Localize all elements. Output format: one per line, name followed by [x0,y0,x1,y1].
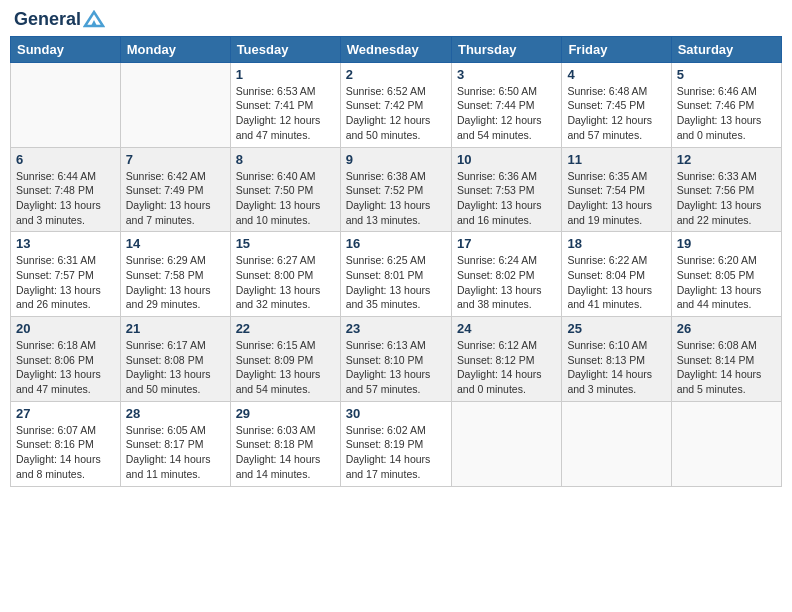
week-row-5: 27Sunrise: 6:07 AMSunset: 8:16 PMDayligh… [11,401,782,486]
col-header-saturday: Saturday [671,36,781,62]
day-cell: 13Sunrise: 6:31 AMSunset: 7:57 PMDayligh… [11,232,121,317]
logo-text: General [14,10,105,30]
day-number: 9 [346,152,446,167]
day-info: Sunrise: 6:44 AMSunset: 7:48 PMDaylight:… [16,169,115,228]
day-cell: 8Sunrise: 6:40 AMSunset: 7:50 PMDaylight… [230,147,340,232]
col-header-thursday: Thursday [451,36,561,62]
col-header-friday: Friday [562,36,671,62]
day-cell [11,62,121,147]
day-number: 19 [677,236,776,251]
day-cell: 12Sunrise: 6:33 AMSunset: 7:56 PMDayligh… [671,147,781,232]
col-header-wednesday: Wednesday [340,36,451,62]
day-info: Sunrise: 6:07 AMSunset: 8:16 PMDaylight:… [16,423,115,482]
day-cell: 9Sunrise: 6:38 AMSunset: 7:52 PMDaylight… [340,147,451,232]
day-info: Sunrise: 6:31 AMSunset: 7:57 PMDaylight:… [16,253,115,312]
day-info: Sunrise: 6:10 AMSunset: 8:13 PMDaylight:… [567,338,665,397]
day-cell: 28Sunrise: 6:05 AMSunset: 8:17 PMDayligh… [120,401,230,486]
day-info: Sunrise: 6:17 AMSunset: 8:08 PMDaylight:… [126,338,225,397]
day-cell: 10Sunrise: 6:36 AMSunset: 7:53 PMDayligh… [451,147,561,232]
day-info: Sunrise: 6:42 AMSunset: 7:49 PMDaylight:… [126,169,225,228]
day-number: 22 [236,321,335,336]
day-info: Sunrise: 6:02 AMSunset: 8:19 PMDaylight:… [346,423,446,482]
day-info: Sunrise: 6:36 AMSunset: 7:53 PMDaylight:… [457,169,556,228]
col-header-tuesday: Tuesday [230,36,340,62]
day-number: 11 [567,152,665,167]
day-number: 6 [16,152,115,167]
week-row-4: 20Sunrise: 6:18 AMSunset: 8:06 PMDayligh… [11,317,782,402]
col-header-sunday: Sunday [11,36,121,62]
logo-icon [83,10,105,28]
day-number: 1 [236,67,335,82]
day-info: Sunrise: 6:03 AMSunset: 8:18 PMDaylight:… [236,423,335,482]
day-cell: 7Sunrise: 6:42 AMSunset: 7:49 PMDaylight… [120,147,230,232]
day-cell: 30Sunrise: 6:02 AMSunset: 8:19 PMDayligh… [340,401,451,486]
day-info: Sunrise: 6:53 AMSunset: 7:41 PMDaylight:… [236,84,335,143]
day-cell: 14Sunrise: 6:29 AMSunset: 7:58 PMDayligh… [120,232,230,317]
day-number: 12 [677,152,776,167]
day-info: Sunrise: 6:24 AMSunset: 8:02 PMDaylight:… [457,253,556,312]
day-cell: 26Sunrise: 6:08 AMSunset: 8:14 PMDayligh… [671,317,781,402]
day-number: 8 [236,152,335,167]
day-number: 30 [346,406,446,421]
day-number: 7 [126,152,225,167]
day-info: Sunrise: 6:52 AMSunset: 7:42 PMDaylight:… [346,84,446,143]
day-cell: 27Sunrise: 6:07 AMSunset: 8:16 PMDayligh… [11,401,121,486]
day-number: 2 [346,67,446,82]
day-info: Sunrise: 6:35 AMSunset: 7:54 PMDaylight:… [567,169,665,228]
day-number: 28 [126,406,225,421]
day-cell: 4Sunrise: 6:48 AMSunset: 7:45 PMDaylight… [562,62,671,147]
day-cell: 29Sunrise: 6:03 AMSunset: 8:18 PMDayligh… [230,401,340,486]
day-info: Sunrise: 6:40 AMSunset: 7:50 PMDaylight:… [236,169,335,228]
day-cell: 2Sunrise: 6:52 AMSunset: 7:42 PMDaylight… [340,62,451,147]
day-cell [671,401,781,486]
day-number: 5 [677,67,776,82]
week-row-1: 1Sunrise: 6:53 AMSunset: 7:41 PMDaylight… [11,62,782,147]
day-cell: 25Sunrise: 6:10 AMSunset: 8:13 PMDayligh… [562,317,671,402]
day-cell: 3Sunrise: 6:50 AMSunset: 7:44 PMDaylight… [451,62,561,147]
day-number: 3 [457,67,556,82]
day-info: Sunrise: 6:38 AMSunset: 7:52 PMDaylight:… [346,169,446,228]
day-number: 21 [126,321,225,336]
day-number: 13 [16,236,115,251]
logo: General [14,10,105,28]
week-row-3: 13Sunrise: 6:31 AMSunset: 7:57 PMDayligh… [11,232,782,317]
day-cell: 11Sunrise: 6:35 AMSunset: 7:54 PMDayligh… [562,147,671,232]
day-cell: 16Sunrise: 6:25 AMSunset: 8:01 PMDayligh… [340,232,451,317]
day-number: 16 [346,236,446,251]
day-number: 27 [16,406,115,421]
day-cell: 15Sunrise: 6:27 AMSunset: 8:00 PMDayligh… [230,232,340,317]
day-info: Sunrise: 6:27 AMSunset: 8:00 PMDaylight:… [236,253,335,312]
day-info: Sunrise: 6:05 AMSunset: 8:17 PMDaylight:… [126,423,225,482]
day-info: Sunrise: 6:29 AMSunset: 7:58 PMDaylight:… [126,253,225,312]
day-info: Sunrise: 6:15 AMSunset: 8:09 PMDaylight:… [236,338,335,397]
col-header-monday: Monday [120,36,230,62]
day-number: 29 [236,406,335,421]
day-cell: 21Sunrise: 6:17 AMSunset: 8:08 PMDayligh… [120,317,230,402]
day-cell: 22Sunrise: 6:15 AMSunset: 8:09 PMDayligh… [230,317,340,402]
day-number: 23 [346,321,446,336]
day-cell: 17Sunrise: 6:24 AMSunset: 8:02 PMDayligh… [451,232,561,317]
day-number: 4 [567,67,665,82]
day-cell [562,401,671,486]
day-info: Sunrise: 6:12 AMSunset: 8:12 PMDaylight:… [457,338,556,397]
day-cell: 19Sunrise: 6:20 AMSunset: 8:05 PMDayligh… [671,232,781,317]
day-cell: 18Sunrise: 6:22 AMSunset: 8:04 PMDayligh… [562,232,671,317]
page-header: General [10,10,782,28]
day-info: Sunrise: 6:48 AMSunset: 7:45 PMDaylight:… [567,84,665,143]
day-info: Sunrise: 6:22 AMSunset: 8:04 PMDaylight:… [567,253,665,312]
calendar-header-row: SundayMondayTuesdayWednesdayThursdayFrid… [11,36,782,62]
calendar-table: SundayMondayTuesdayWednesdayThursdayFrid… [10,36,782,487]
day-cell: 5Sunrise: 6:46 AMSunset: 7:46 PMDaylight… [671,62,781,147]
day-info: Sunrise: 6:33 AMSunset: 7:56 PMDaylight:… [677,169,776,228]
day-number: 25 [567,321,665,336]
day-cell [451,401,561,486]
day-info: Sunrise: 6:08 AMSunset: 8:14 PMDaylight:… [677,338,776,397]
day-cell: 24Sunrise: 6:12 AMSunset: 8:12 PMDayligh… [451,317,561,402]
day-number: 15 [236,236,335,251]
day-cell: 23Sunrise: 6:13 AMSunset: 8:10 PMDayligh… [340,317,451,402]
day-number: 14 [126,236,225,251]
day-number: 18 [567,236,665,251]
day-info: Sunrise: 6:20 AMSunset: 8:05 PMDaylight:… [677,253,776,312]
day-cell: 6Sunrise: 6:44 AMSunset: 7:48 PMDaylight… [11,147,121,232]
day-cell: 1Sunrise: 6:53 AMSunset: 7:41 PMDaylight… [230,62,340,147]
